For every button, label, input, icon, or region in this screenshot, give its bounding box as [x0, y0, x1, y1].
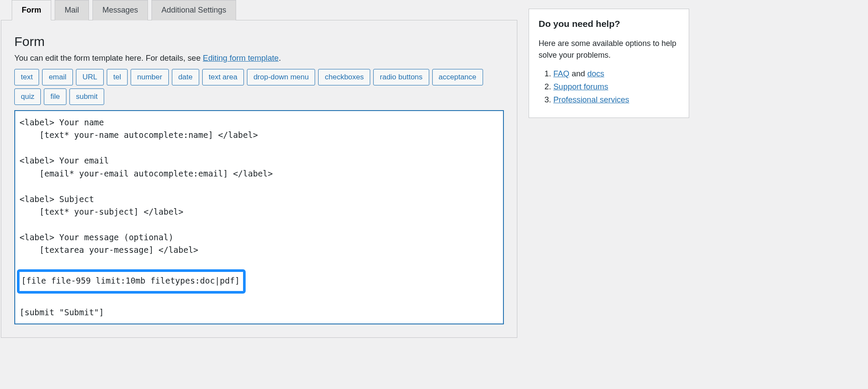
help-item-pro: Professional services [553, 95, 679, 105]
form-template-textarea[interactable]: <label> Your name [text* your-name autoc… [14, 110, 504, 324]
panel-intro: You can edit the form template here. For… [14, 53, 504, 63]
editing-form-template-link[interactable]: Editing form template [203, 53, 279, 62]
help-item-forums: Support forums [553, 82, 679, 92]
docs-link[interactable]: docs [587, 69, 604, 78]
tagbtn-url[interactable]: URL [76, 69, 104, 85]
tagbtn-checkboxes[interactable]: checkboxes [318, 69, 370, 85]
code-line: [text* your-subject] </label> [20, 207, 184, 216]
code-line: [textarea your-message] </label> [20, 245, 198, 255]
code-line: <label> Your name [20, 118, 104, 127]
help-title: Do you need help? [539, 19, 679, 29]
help-intro: Here are some available options to help … [539, 38, 679, 61]
tagbtn-tel[interactable]: tel [107, 69, 128, 85]
tag-generator-buttons: text email URL tel number date text area… [14, 69, 504, 105]
tab-messages[interactable]: Messages [92, 0, 148, 20]
tagbtn-acceptance[interactable]: acceptance [432, 69, 483, 85]
highlighted-file-tag: [file file-959 limit:10mb filetypes:doc|… [17, 269, 246, 293]
help-list: FAQ and docs Support forums Professional… [539, 69, 679, 105]
code-line: [submit "Submit"] [20, 307, 104, 317]
tagbtn-textarea[interactable]: text area [202, 69, 244, 85]
code-line: <label> Your message (optional) [20, 232, 174, 242]
code-line: [text* your-name autocomplete:name] </la… [20, 130, 258, 140]
faq-link[interactable]: FAQ [553, 69, 569, 78]
tagbtn-dropdown[interactable]: drop-down menu [247, 69, 316, 85]
code-line: [email* your-email autocomplete:email] <… [20, 169, 273, 178]
tagbtn-date[interactable]: date [172, 69, 199, 85]
tagbtn-email[interactable]: email [42, 69, 73, 85]
tagbtn-file[interactable]: file [44, 88, 66, 105]
intro-text: You can edit the form template here. For… [14, 53, 203, 62]
code-line: <label> Subject [20, 194, 94, 204]
panel-tabs: Form Mail Messages Additional Settings [1, 0, 517, 20]
help-item-text: and [569, 69, 587, 78]
help-item-faq: FAQ and docs [553, 69, 679, 78]
tagbtn-number[interactable]: number [131, 69, 169, 85]
tab-additional-settings[interactable]: Additional Settings [151, 0, 236, 20]
form-panel: Form You can edit the form template here… [1, 20, 517, 338]
code-line: <label> Your email [20, 156, 109, 165]
tagbtn-text[interactable]: text [14, 69, 39, 85]
help-box: Do you need help? Here are some availabl… [529, 9, 689, 118]
professional-services-link[interactable]: Professional services [553, 95, 629, 104]
tab-form[interactable]: Form [12, 0, 51, 20]
intro-text-after: . [279, 53, 281, 62]
tagbtn-radio[interactable]: radio buttons [373, 69, 429, 85]
panel-heading: Form [14, 34, 504, 49]
tagbtn-quiz[interactable]: quiz [14, 88, 41, 105]
support-forums-link[interactable]: Support forums [553, 82, 608, 91]
tagbtn-submit[interactable]: submit [69, 88, 104, 105]
tab-mail[interactable]: Mail [55, 0, 89, 20]
